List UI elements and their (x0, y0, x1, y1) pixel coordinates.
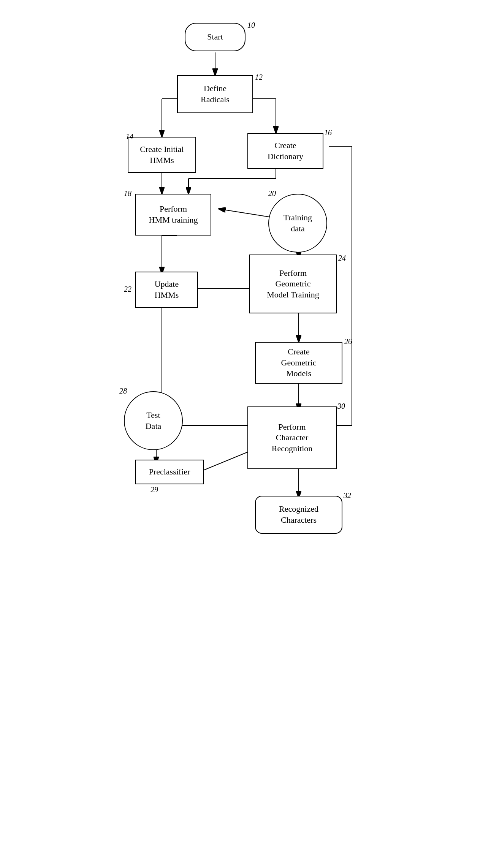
recognized-characters-node: Recognized Characters (255, 496, 342, 534)
test-data-node: Test Data (124, 391, 183, 450)
create-dictionary-num: 16 (324, 128, 332, 137)
flowchart: Start 10 Define Radicals 12 Create Initi… (112, 8, 379, 843)
recognized-characters-label: Recognized Characters (279, 504, 318, 525)
update-hmms-node: Update HMMs (135, 272, 198, 308)
preclassifier-num: 29 (150, 485, 158, 494)
update-hmms-label: Update HMMs (155, 279, 179, 300)
create-initial-hmms-node: Create Initial HMMs (128, 137, 196, 173)
create-geometric-models-num: 26 (344, 337, 352, 346)
perform-hmm-training-num: 18 (124, 189, 131, 198)
create-initial-hmms-num: 14 (126, 132, 133, 141)
perform-geometric-node: Perform Geometric Model Training (249, 255, 337, 313)
test-data-label: Test Data (146, 410, 162, 432)
perform-geometric-label: Perform Geometric Model Training (267, 268, 319, 300)
define-radicals-label: Define Radicals (201, 83, 230, 105)
create-initial-hmms-label: Create Initial HMMs (140, 144, 184, 166)
training-data-label: Training data (284, 212, 312, 234)
start-label: Start (207, 32, 223, 43)
test-data-num: 28 (119, 387, 127, 395)
create-geometric-models-node: Create Geometric Models (255, 342, 342, 384)
recognized-characters-num: 32 (344, 491, 351, 500)
start-num: 10 (247, 21, 255, 30)
start-node: Start (185, 23, 246, 51)
perform-geometric-num: 24 (338, 254, 346, 262)
update-hmms-num: 22 (124, 285, 131, 294)
training-data-node: Training data (268, 194, 327, 253)
preclassifier-node: Preclassifier (135, 460, 204, 484)
perform-hmm-training-label: Perform HMM training (149, 204, 198, 225)
define-radicals-node: Define Radicals (177, 75, 253, 113)
perform-hmm-training-node: Perform HMM training (135, 194, 211, 236)
perform-character-label: Perform Character Recognition (272, 422, 313, 454)
create-dictionary-label: Create Dictionary (268, 140, 303, 162)
create-geometric-models-label: Create Geometric Models (281, 346, 317, 379)
define-radicals-num: 12 (255, 73, 263, 82)
perform-character-node: Perform Character Recognition (247, 406, 337, 469)
create-dictionary-node: Create Dictionary (247, 133, 323, 169)
training-data-num: 20 (268, 189, 276, 198)
preclassifier-label: Preclassifier (149, 466, 190, 477)
perform-character-num: 30 (337, 402, 345, 411)
